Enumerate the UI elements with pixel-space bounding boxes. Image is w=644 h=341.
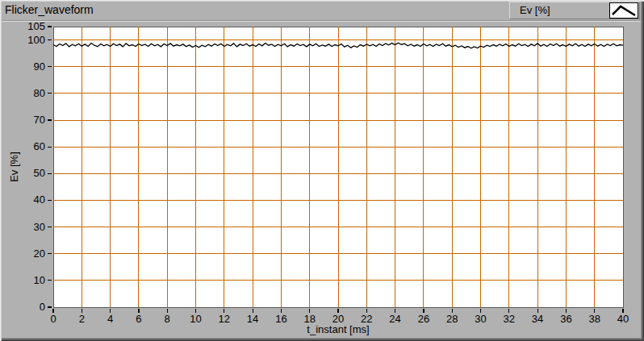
y-tick-label: 40 — [34, 193, 45, 206]
x-tick-label: 24 — [389, 313, 400, 325]
y-tick-label: 80 — [34, 87, 45, 99]
x-tick-label: 2 — [79, 313, 85, 325]
waveform-plot[interactable]: 0246810121416182022242628303234363840010… — [0, 0, 644, 341]
x-tick-label: 40 — [617, 313, 629, 325]
x-tick-label: 30 — [475, 313, 486, 325]
y-tick-label: 50 — [34, 167, 45, 179]
y-tick-label: 30 — [34, 221, 45, 233]
waveform-chart-panel: Flicker_waveform Ev [%] 0246810121416182… — [0, 0, 644, 341]
x-tick-label: 34 — [532, 313, 543, 325]
y-tick-label: 100 — [27, 34, 45, 46]
y-tick-label: 70 — [34, 114, 45, 126]
x-tick-label: 16 — [275, 313, 286, 325]
y-axis-label: Ev [%] — [8, 152, 20, 182]
x-tick-label: 28 — [446, 313, 458, 325]
x-tick-label: 6 — [136, 313, 141, 325]
x-tick-label: 26 — [418, 313, 429, 325]
x-tick-label: 4 — [107, 313, 113, 325]
x-tick-label: 32 — [504, 313, 515, 325]
x-tick-label: 38 — [588, 313, 600, 325]
x-tick-label: 8 — [165, 313, 170, 325]
x-tick-label: 0 — [50, 313, 56, 325]
x-axis-label: t_instant [ms] — [307, 323, 369, 335]
x-tick-label: 10 — [190, 313, 201, 325]
x-tick-label: 14 — [247, 313, 258, 325]
y-tick-label: 10 — [34, 274, 45, 286]
y-tick-label: 20 — [34, 247, 45, 260]
x-tick-label: 36 — [560, 313, 571, 325]
x-tick-label: 12 — [219, 313, 230, 325]
y-tick-label: 105 — [27, 20, 45, 32]
y-tick-label: 60 — [34, 140, 45, 152]
y-tick-label: 0 — [40, 301, 45, 313]
y-tick-label: 90 — [34, 60, 45, 73]
